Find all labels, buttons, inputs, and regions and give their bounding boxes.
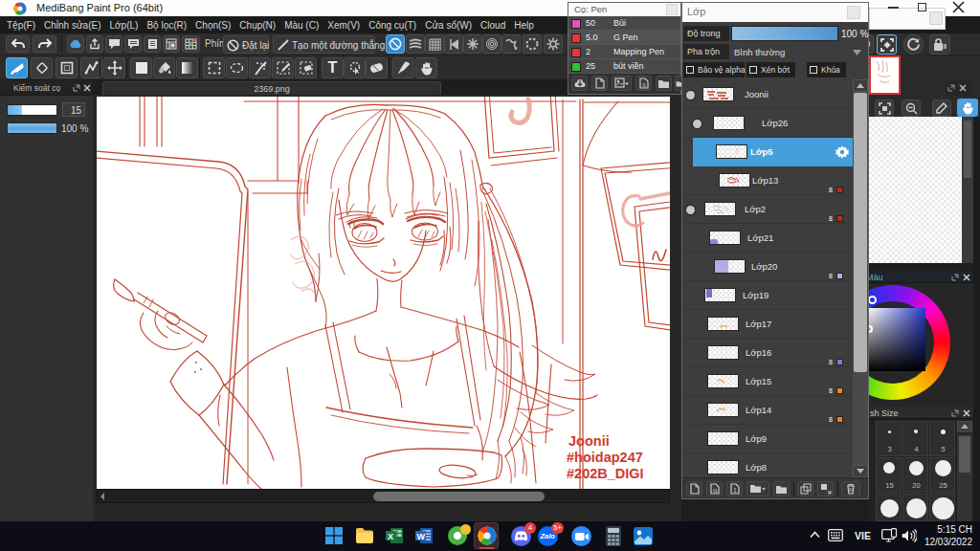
svg-text:S: S	[642, 82, 646, 88]
svg-text:#202B_DIGI: #202B_DIGI	[567, 466, 644, 481]
svg-text:Joonii: Joonii	[568, 433, 610, 449]
svg-text:W: W	[417, 532, 426, 541]
svg-text:1: 1	[733, 487, 737, 494]
svg-text:X: X	[388, 532, 393, 541]
svg-text:⧉: ⧉	[713, 488, 718, 494]
svg-text:#hoidap247: #hoidap247	[567, 450, 643, 465]
